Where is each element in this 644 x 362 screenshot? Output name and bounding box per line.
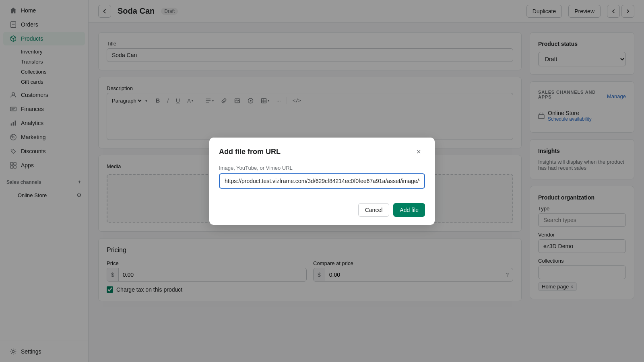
modal-body: Image, YouTube, or Vimeo URL (209, 165, 435, 197)
add-file-modal: Add file from URL × Image, YouTube, or V… (209, 138, 435, 225)
modal-close-button[interactable]: × (412, 146, 425, 158)
modal-url-input[interactable] (219, 173, 425, 189)
modal-field-label: Image, YouTube, or Vimeo URL (219, 165, 425, 171)
modal-footer: Cancel Add file (209, 197, 435, 225)
modal-overlay[interactable]: Add file from URL × Image, YouTube, or V… (0, 0, 644, 362)
cancel-button[interactable]: Cancel (358, 203, 390, 217)
add-file-button[interactable]: Add file (393, 203, 425, 217)
modal-title: Add file from URL (219, 148, 281, 156)
modal-header: Add file from URL × (209, 138, 435, 165)
